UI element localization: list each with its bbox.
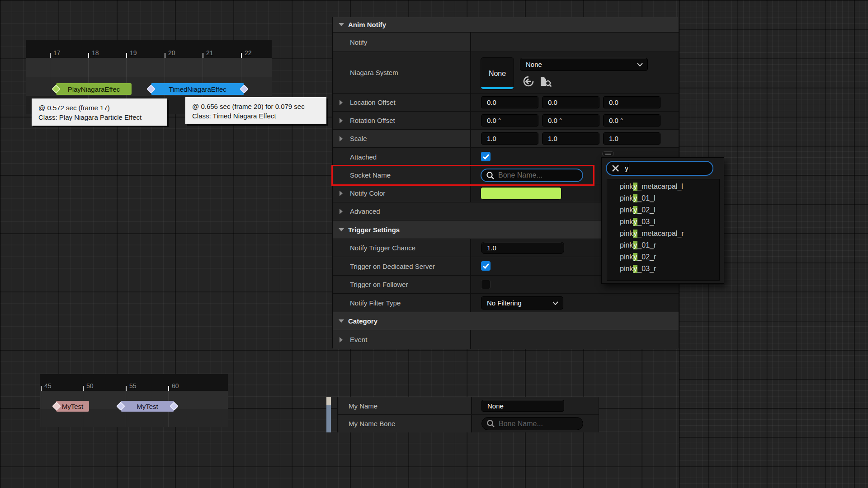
property-label: Advanced [350,207,380,215]
arrow-circle-icon [523,75,534,87]
ruler-tick [50,53,51,58]
input-placeholder: Bone Name... [499,420,543,428]
expand-arrow-icon[interactable] [340,191,343,196]
ruler-tick [241,53,242,58]
search-match-highlight: y [633,241,637,249]
chevron-down-icon [552,301,558,305]
asset-thumbnail[interactable]: None [481,57,514,89]
section-title: Anim Notify [348,21,386,28]
browse-to-asset-button[interactable] [540,75,552,87]
property-label: My Name Bone [349,420,395,427]
notify-label: TimedNiagaraEffec [169,85,226,93]
rotation-pitch-field[interactable]: 0.0 ° [542,114,599,127]
ruler-tick [83,386,84,391]
dropdown-grip [602,151,614,156]
combo-value: None [526,61,542,68]
timeline-band [26,58,272,77]
ruler-tick [168,386,169,391]
collapse-arrow-icon[interactable] [339,23,344,26]
expand-arrow-icon[interactable] [340,209,343,214]
socket-name-search-input[interactable]: Bone Name... [481,169,583,182]
scale-x-field[interactable]: 1.0 [481,132,538,145]
section-title: Trigger Settings [348,226,400,234]
combo-value: No Filtering [487,299,522,307]
collapse-arrow-icon[interactable] [339,319,344,323]
rotation-roll-field[interactable]: 0.0 ° [481,114,538,127]
event-value [471,330,679,349]
notify-value [471,33,679,52]
use-selected-asset-button[interactable] [523,75,534,87]
ruler-label: 45 [44,382,52,389]
expand-arrow-icon[interactable] [340,100,343,105]
ruler-tick [126,53,127,58]
collapse-arrow-icon[interactable] [339,228,344,231]
row-notify-filter-type: Notify Filter Type No Filtering [333,294,679,312]
follower-checkbox[interactable] [481,280,491,289]
ruler-label: 55 [129,382,137,389]
property-label: Niagara System [350,69,398,76]
search-query-text: y [625,164,628,173]
bone-list-item[interactable]: pinky_02_r [607,251,719,263]
location-z-field[interactable]: 0.0 [603,96,660,108]
property-label: Trigger on Dedicated Server [350,263,435,270]
attached-checkbox[interactable] [481,152,491,161]
tooltip-class: Class: Play Niagara Particle Effect [38,113,160,122]
notify-track[interactable] [40,409,228,427]
search-match-highlight: y [633,194,637,202]
notify-play-niagara[interactable]: PlayNiagaraEffec [56,83,132,95]
expand-arrow-icon[interactable] [340,136,343,141]
bone-list-item[interactable]: pinky_01_l [607,192,719,204]
search-icon [486,419,495,428]
my-name-bone-search-input[interactable]: Bone Name... [481,417,583,430]
trigger-chance-field[interactable]: 1.0 [481,242,564,254]
notify-color-swatch[interactable] [481,187,561,200]
location-x-field[interactable]: 0.0 [481,96,538,108]
timeline-ruler[interactable]: 45 50 55 60 [40,374,228,391]
bone-list-item[interactable]: pinky_01_r [607,239,719,251]
notify-tooltip-play: @ 0.572 sec (frame 17) Class: Play Niaga… [32,99,167,126]
bone-search-input[interactable]: y [606,161,713,176]
notify-properties-panel: My Name None My Name Bone Bone Name... [337,397,599,432]
location-y-field[interactable]: 0.0 [542,96,599,108]
bone-list-item[interactable]: pinky_02_l [607,204,719,216]
ruler-tick [41,386,42,391]
expand-arrow-icon[interactable] [340,337,343,343]
notify-timed-niagara[interactable]: TimedNiagaraEffec [151,83,244,95]
expand-arrow-icon[interactable] [340,118,343,123]
check-icon [483,263,489,269]
row-niagara-system: Niagara System None None [333,52,679,94]
ruler-tick [88,53,89,58]
clear-search-icon[interactable] [612,164,619,172]
scale-y-field[interactable]: 1.0 [542,132,599,145]
section-anim-notify[interactable]: Anim Notify [333,17,679,33]
dedicated-server-checkbox[interactable] [481,261,491,271]
anim-editor-screen: 17 18 19 20 21 22 PlayNiagaraEffec Timed… [0,0,868,488]
my-name-field[interactable]: None [481,400,564,412]
input-placeholder: Bone Name... [498,171,542,179]
property-label: Event [350,336,367,343]
niagara-system-combobox[interactable]: None [520,58,648,71]
notify-mytest-b[interactable]: MyTest [121,401,174,412]
row-my-name: My Name None [338,397,599,415]
bone-list-item[interactable]: pinky_metacarpal_l [607,181,719,192]
folder-search-icon [540,75,552,87]
property-label: Scale [350,135,367,142]
section-category[interactable]: Category [333,312,679,330]
filter-type-combobox[interactable]: No Filtering [481,296,563,310]
bone-list-item[interactable]: pinky_03_r [607,263,719,275]
ruler-tick [126,386,127,391]
notify-tooltip-timed: @ 0.656 sec (frame 20) for 0.079 sec Cla… [185,97,326,124]
bone-picker-menu: y pinky_metacarpal_lpinky_01_lpinky_02_l… [601,157,724,284]
scale-z-field[interactable]: 1.0 [603,132,660,145]
row-rotation-offset: Rotation Offset 0.0 ° 0.0 ° 0.0 ° [333,112,679,130]
ruler-label: 22 [245,49,252,56]
timeline-ruler[interactable]: 17 18 19 20 21 22 [26,40,272,58]
bone-list-item[interactable]: pinky_metacarpal_r [607,228,719,239]
chevron-down-icon [637,63,643,66]
rotation-yaw-field[interactable]: 0.0 ° [603,114,660,127]
notify-mytest-a[interactable]: MyTest [56,401,89,412]
ruler-label: 60 [172,382,179,389]
ruler-tick [203,53,203,58]
track-color-strip [326,405,331,432]
bone-list-item[interactable]: pinky_03_l [607,216,719,228]
